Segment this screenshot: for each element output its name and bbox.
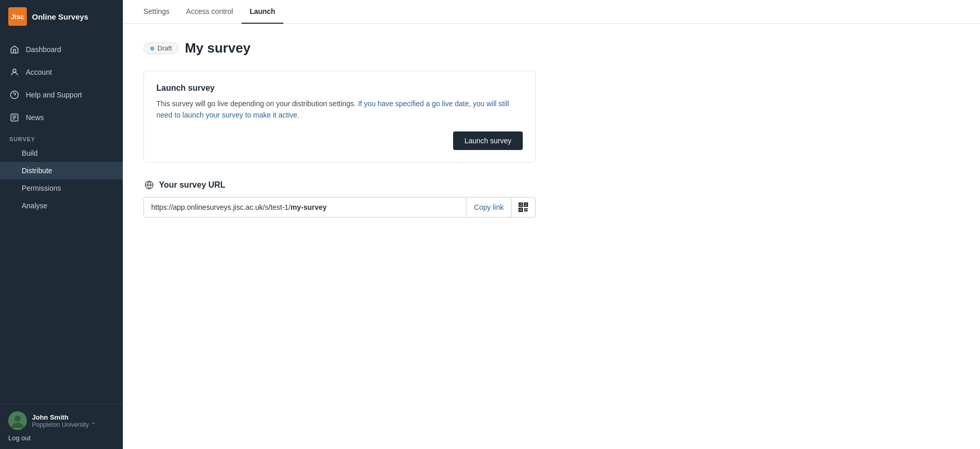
svg-rect-14 — [520, 204, 522, 205]
tab-settings[interactable]: Settings — [135, 0, 178, 24]
url-section-title-row: Your survey URL — [143, 179, 959, 191]
tab-access-control[interactable]: Access control — [178, 0, 242, 24]
url-section-title: Your survey URL — [159, 180, 226, 190]
sidebar-item-permissions[interactable]: Permissions — [0, 179, 123, 197]
svg-rect-21 — [526, 210, 528, 211]
svg-rect-16 — [520, 209, 522, 210]
tab-launch[interactable]: Launch — [242, 0, 284, 24]
page-body: Draft My survey Launch survey This surve… — [123, 24, 980, 449]
user-name: John Smith — [32, 413, 115, 421]
survey-name: My survey — [185, 40, 250, 56]
sidebar-nav: Dashboard Account Help and Support — [0, 33, 123, 404]
sidebar-logo[interactable]: Jisc Online Surveys — [0, 0, 123, 33]
svg-point-8 — [14, 415, 21, 422]
url-section: Your survey URL https://app.onlinesurvey… — [143, 179, 959, 218]
sidebar-item-build[interactable]: Build — [0, 144, 123, 162]
draft-label: Draft — [157, 44, 172, 52]
sidebar-item-dashboard[interactable]: Dashboard — [0, 38, 123, 61]
sidebar-item-label: Help and Support — [26, 91, 82, 99]
launch-survey-button[interactable]: Launch survey — [453, 131, 523, 150]
sidebar: Jisc Online Surveys Dashboard Account — [0, 0, 123, 449]
url-static-part: https://app.onlinesurveys.jisc.ac.uk/s/t… — [151, 203, 291, 211]
draft-badge: Draft — [143, 42, 179, 54]
sidebar-item-analyse[interactable]: Analyse — [0, 197, 123, 214]
url-input-row: https://app.onlinesurveys.jisc.ac.uk/s/t… — [143, 197, 536, 218]
news-icon — [9, 112, 20, 123]
sidebar-item-label: Account — [26, 68, 52, 76]
launch-card-desc: This survey will go live depending on yo… — [156, 98, 523, 121]
sidebar-item-account[interactable]: Account — [0, 61, 123, 84]
svg-rect-15 — [525, 204, 527, 205]
sidebar-item-help[interactable]: Help and Support — [0, 84, 123, 106]
url-slug-part: my-survey — [291, 203, 327, 211]
url-display: https://app.onlinesurveys.jisc.ac.uk/s/t… — [144, 198, 466, 217]
svg-rect-19 — [526, 208, 528, 210]
sidebar-item-distribute[interactable]: Distribute — [0, 162, 123, 179]
launch-card: Launch survey This survey will go live d… — [143, 71, 536, 163]
sidebar-item-label: News — [26, 113, 44, 122]
app-name: Online Surveys — [32, 12, 88, 21]
account-icon — [9, 67, 20, 77]
user-org: Poppleton University ⌃ — [32, 421, 115, 428]
logout-link[interactable]: Log out — [8, 434, 115, 442]
qr-code-button[interactable] — [511, 197, 535, 217]
svg-rect-18 — [524, 208, 526, 210]
svg-point-0 — [13, 69, 16, 72]
globe-icon — [143, 179, 155, 191]
main-content: Settings Access control Launch Draft My … — [123, 0, 980, 449]
jisc-logo: Jisc — [8, 7, 27, 26]
survey-title-row: Draft My survey — [143, 40, 959, 56]
draft-dot — [150, 46, 154, 51]
launch-card-title: Launch survey — [156, 84, 523, 93]
survey-section-label: SURVEY — [0, 129, 123, 144]
copy-link-button[interactable]: Copy link — [466, 198, 511, 217]
user-details: John Smith Poppleton University ⌃ — [32, 413, 115, 428]
sidebar-item-label: Dashboard — [26, 45, 61, 54]
home-icon — [9, 44, 20, 55]
user-info: John Smith Poppleton University ⌃ — [8, 411, 115, 430]
svg-rect-20 — [524, 210, 526, 211]
tabs-bar: Settings Access control Launch — [123, 0, 980, 24]
sidebar-footer: John Smith Poppleton University ⌃ Log ou… — [0, 404, 123, 449]
launch-card-actions: Launch survey — [156, 131, 523, 150]
org-chevron-icon: ⌃ — [91, 421, 96, 428]
qr-icon — [518, 202, 529, 213]
sidebar-item-news[interactable]: News — [0, 106, 123, 129]
avatar — [8, 411, 27, 430]
help-icon — [9, 90, 20, 100]
